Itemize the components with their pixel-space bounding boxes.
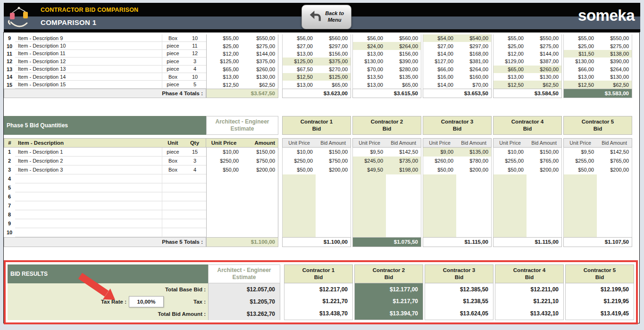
- cell-c3-unit-price[interactable]: $66,00: [423, 66, 456, 73]
- cell-ae-unit-price[interactable]: [206, 174, 242, 183]
- cell-c5-unit-price[interactable]: $25,00: [563, 42, 597, 50]
- cell-c4-unit-price[interactable]: [493, 219, 527, 228]
- cell-item-description[interactable]: [15, 192, 162, 201]
- cell-c5-unit-price[interactable]: $55,00: [563, 34, 597, 42]
- cell-item-description[interactable]: [15, 174, 162, 183]
- cell-c5-unit-price[interactable]: [563, 192, 597, 201]
- cell-c4-unit-price[interactable]: [493, 192, 527, 201]
- cell-c5-unit-price[interactable]: $11,50: [563, 50, 597, 58]
- cell-unit[interactable]: piece: [162, 50, 184, 58]
- cell-unit[interactable]: [162, 210, 184, 219]
- cell-qty[interactable]: [184, 201, 206, 210]
- cell-c4-unit-price[interactable]: [493, 210, 527, 219]
- cell-ae-unit-price[interactable]: $250,00: [206, 157, 242, 165]
- cell-ae-unit-price[interactable]: $10,00: [206, 148, 242, 157]
- cell-c1-unit-price[interactable]: [282, 201, 316, 210]
- cell-qty[interactable]: 4: [184, 165, 206, 174]
- cell-c3-unit-price[interactable]: $27,00: [423, 42, 456, 50]
- cell-c2-unit-price[interactable]: [352, 174, 386, 183]
- cell-c2-unit-price[interactable]: $13,00: [352, 81, 386, 88]
- cell-c5-unit-price[interactable]: $130,00: [563, 58, 597, 65]
- cell-qty[interactable]: 3: [184, 157, 206, 165]
- cell-c4-unit-price[interactable]: $10,00: [493, 148, 527, 157]
- cell-unit[interactable]: piece: [162, 58, 184, 65]
- cell-qty[interactable]: [184, 174, 206, 183]
- cell-item-description[interactable]: [15, 219, 162, 228]
- cell-c5-unit-price[interactable]: [563, 201, 597, 210]
- cell-qty[interactable]: 11: [184, 42, 206, 50]
- cell-c1-unit-price[interactable]: $250,00: [282, 157, 316, 165]
- cell-ae-unit-price[interactable]: $13,00: [206, 73, 242, 81]
- cell-c4-unit-price[interactable]: $13,00: [493, 73, 527, 81]
- cell-c3-unit-price[interactable]: [423, 201, 456, 210]
- cell-item-description[interactable]: [15, 201, 162, 210]
- cell-ae-unit-price[interactable]: $125,00: [206, 58, 242, 65]
- cell-qty[interactable]: 10: [184, 34, 206, 42]
- cell-c2-unit-price[interactable]: [352, 228, 386, 237]
- cell-c2-unit-price[interactable]: $245,00: [352, 157, 386, 165]
- cell-c1-unit-price[interactable]: $10,00: [282, 148, 316, 157]
- cell-item-description[interactable]: [15, 210, 162, 219]
- cell-ae-unit-price[interactable]: $25,00: [206, 42, 242, 50]
- cell-c4-unit-price[interactable]: $25,00: [493, 42, 527, 50]
- cell-c4-unit-price[interactable]: $50,00: [493, 165, 527, 174]
- cell-c2-unit-price[interactable]: [352, 192, 386, 201]
- cell-c1-unit-price[interactable]: [282, 183, 316, 192]
- cell-c2-unit-price[interactable]: [352, 210, 386, 219]
- cell-c2-unit-price[interactable]: $49,50: [352, 165, 386, 174]
- cell-item-description[interactable]: Item - Description 10: [15, 42, 162, 50]
- cell-c5-unit-price[interactable]: $12,50: [563, 81, 597, 88]
- cell-ae-unit-price[interactable]: [206, 228, 242, 237]
- cell-c3-unit-price[interactable]: [423, 219, 456, 228]
- cell-unit[interactable]: Box: [162, 165, 184, 174]
- cell-qty[interactable]: [184, 192, 206, 201]
- cell-c3-unit-price[interactable]: [423, 174, 456, 183]
- cell-ae-unit-price[interactable]: [206, 201, 242, 210]
- cell-c2-unit-price[interactable]: [352, 183, 386, 192]
- cell-ae-unit-price[interactable]: [206, 192, 242, 201]
- cell-c1-unit-price[interactable]: $27,00: [282, 42, 316, 50]
- cell-item-description[interactable]: Item - Description 3: [15, 165, 162, 174]
- cell-qty[interactable]: 15: [184, 148, 206, 157]
- cell-c1-unit-price[interactable]: $56,00: [282, 34, 316, 42]
- cell-unit[interactable]: Box: [162, 34, 184, 42]
- cell-c1-unit-price[interactable]: $67,50: [282, 66, 316, 73]
- cell-c2-unit-price[interactable]: [352, 219, 386, 228]
- cell-c5-unit-price[interactable]: [563, 219, 597, 228]
- cell-unit[interactable]: piece: [162, 42, 184, 50]
- cell-item-description[interactable]: [15, 228, 162, 237]
- cell-ae-unit-price[interactable]: [206, 219, 242, 228]
- cell-unit[interactable]: piece: [162, 81, 184, 88]
- cell-qty[interactable]: 3: [184, 58, 206, 65]
- cell-item-description[interactable]: Item - Description 15: [15, 81, 162, 88]
- cell-item-description[interactable]: [15, 183, 162, 192]
- cell-c2-unit-price[interactable]: $70,00: [352, 66, 386, 73]
- cell-c5-unit-price[interactable]: $255,00: [563, 157, 597, 165]
- cell-ae-unit-price[interactable]: $12,50: [206, 81, 242, 88]
- cell-qty[interactable]: [184, 183, 206, 192]
- cell-unit[interactable]: piece: [162, 66, 184, 73]
- cell-c5-unit-price[interactable]: [563, 183, 597, 192]
- cell-qty[interactable]: [184, 219, 206, 228]
- cell-qty[interactable]: 4: [184, 66, 206, 73]
- cell-c3-unit-price[interactable]: [423, 192, 456, 201]
- cell-c1-unit-price[interactable]: [282, 210, 316, 219]
- cell-c1-unit-price[interactable]: $125,00: [282, 58, 316, 65]
- cell-ae-unit-price[interactable]: $65,00: [206, 66, 242, 73]
- cell-item-description[interactable]: Item - Description 2: [15, 157, 162, 165]
- cell-c4-unit-price[interactable]: $12,50: [493, 81, 527, 88]
- cell-unit[interactable]: [162, 219, 184, 228]
- cell-unit[interactable]: [162, 174, 184, 183]
- cell-c4-unit-price[interactable]: [493, 201, 527, 210]
- cell-qty[interactable]: 10: [184, 73, 206, 81]
- cell-c3-unit-price[interactable]: [423, 183, 456, 192]
- cell-ae-unit-price[interactable]: $12,00: [206, 50, 242, 58]
- cell-c5-unit-price[interactable]: [563, 174, 597, 183]
- cell-c5-unit-price[interactable]: $13,00: [563, 73, 597, 81]
- cell-c1-unit-price[interactable]: $13,00: [282, 50, 316, 58]
- cell-ae-unit-price[interactable]: $55,00: [206, 34, 242, 42]
- cell-unit[interactable]: [162, 201, 184, 210]
- cell-c3-unit-price[interactable]: $50,00: [423, 165, 456, 174]
- back-to-menu-button[interactable]: Back to Menu: [301, 5, 351, 29]
- cell-c1-unit-price[interactable]: [282, 174, 316, 183]
